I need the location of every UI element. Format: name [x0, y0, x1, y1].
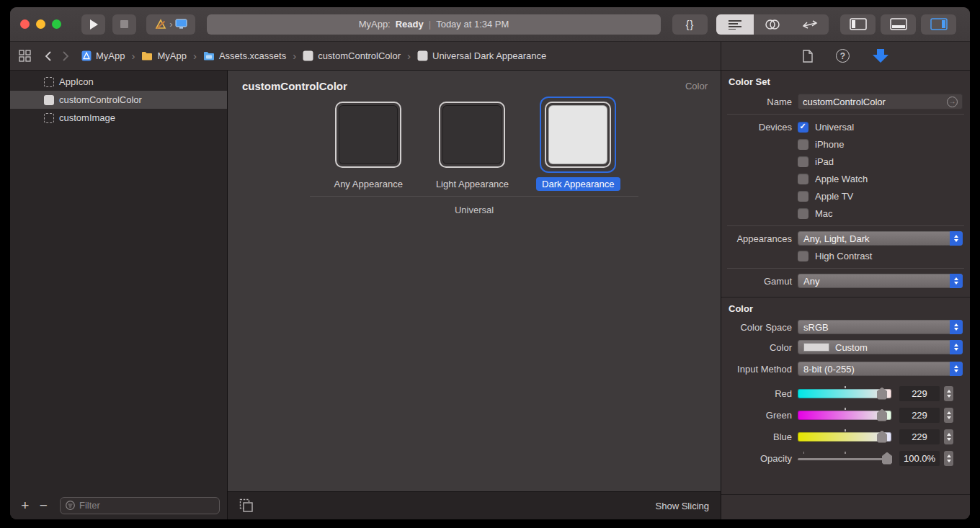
green-label: Green: [721, 410, 798, 421]
remove-asset-button[interactable]: −: [36, 498, 52, 513]
color-space-popup[interactable]: sRGB: [798, 320, 963, 334]
light-appearance-color-well[interactable]: [439, 102, 505, 168]
asset-item-customimage[interactable]: customImage: [10, 109, 227, 127]
back-button[interactable]: [45, 51, 51, 61]
breadcrumb-project[interactable]: MyApp: [81, 50, 125, 61]
opacity-slider[interactable]: [798, 454, 891, 463]
color-fill: [339, 105, 398, 164]
high-contrast-row: High Contrast: [721, 247, 970, 264]
opacity-label: Opacity: [721, 453, 798, 464]
well-frame-selected: [540, 97, 616, 173]
blue-slider[interactable]: [798, 432, 891, 442]
blue-stepper[interactable]: [944, 429, 953, 444]
apple-tv-checkbox[interactable]: [798, 191, 808, 202]
slider-tick: [803, 452, 805, 454]
input-method-popup[interactable]: 8-bit (0-255): [798, 362, 963, 376]
forward-button[interactable]: [63, 51, 69, 61]
divider: [727, 225, 964, 226]
breadcrumb-color-set[interactable]: customControlColor: [303, 50, 401, 61]
run-button[interactable]: [81, 14, 105, 35]
jump-to-definition-icon[interactable]: →: [947, 97, 958, 107]
opacity-stepper[interactable]: [944, 451, 953, 466]
toggle-inspector-button[interactable]: [921, 14, 956, 35]
popup-chevrons-icon: [950, 231, 963, 246]
input-method-label: Input Method: [721, 364, 798, 375]
green-stepper[interactable]: [944, 408, 953, 423]
red-slider[interactable]: [798, 389, 891, 398]
close-window-button[interactable]: [20, 19, 30, 29]
filter-input[interactable]: [79, 500, 214, 511]
green-slider[interactable]: [798, 411, 891, 420]
slider-thumb[interactable]: [877, 409, 887, 421]
color-space-label: Color Space: [721, 322, 798, 333]
file-inspector-tab[interactable]: [803, 50, 813, 63]
green-value-field[interactable]: 229: [899, 408, 940, 423]
popup-chevrons-icon: [950, 320, 963, 334]
iphone-checkbox[interactable]: [798, 139, 808, 150]
slider-thumb[interactable]: [882, 452, 892, 465]
text-lines-icon: [728, 19, 742, 30]
toggle-navigator-button[interactable]: [840, 14, 876, 35]
related-items-icon[interactable]: [19, 50, 31, 62]
app-icon-placeholder-icon: [44, 77, 54, 87]
asset-item-customcontrolcolor[interactable]: customControlColor: [10, 91, 227, 109]
library-button[interactable]: {}: [672, 14, 708, 35]
breadcrumb-asset-catalog[interactable]: Assets.xcassets: [203, 50, 286, 61]
asset-item-label: customImage: [59, 112, 115, 123]
well-frame: [434, 97, 510, 173]
blue-value-field[interactable]: 229: [899, 429, 940, 444]
quick-help-inspector-tab[interactable]: ?: [836, 49, 850, 63]
standard-editor-button[interactable]: [716, 14, 754, 35]
red-value-field[interactable]: 229: [899, 386, 940, 401]
stop-icon: [120, 20, 128, 28]
gamut-popup[interactable]: Any: [798, 274, 963, 288]
slider-tick: [845, 386, 846, 388]
name-value: customControlColor: [803, 97, 886, 107]
color-popup[interactable]: Custom: [798, 340, 963, 354]
toggle-debug-area-button[interactable]: [881, 14, 916, 35]
stop-button[interactable]: [112, 14, 136, 35]
dark-appearance-color-well[interactable]: [545, 102, 611, 168]
color-space-value: sRGB: [803, 322, 829, 333]
mac-checkbox[interactable]: [798, 208, 808, 219]
name-row: Name customControlColor →: [721, 93, 970, 110]
show-slicing-button[interactable]: Show Slicing: [656, 501, 709, 511]
ipad-checkbox[interactable]: [798, 156, 808, 167]
scheme-selector[interactable]: ›: [146, 14, 195, 35]
xcode-tools-icon: [154, 19, 167, 30]
asset-item-appicon[interactable]: AppIcon: [10, 73, 227, 91]
jump-bar: MyApp › MyApp › Assets.: [10, 42, 970, 71]
add-asset-button[interactable]: +: [17, 498, 33, 513]
breadcrumb-color-variant[interactable]: Universal Dark Appearance: [417, 50, 546, 61]
slider-thumb[interactable]: [877, 431, 887, 443]
filter-field[interactable]: [60, 497, 220, 514]
attributes-inspector-tab[interactable]: [873, 49, 888, 63]
slider-line: [798, 458, 891, 460]
apple-watch-checkbox[interactable]: [798, 174, 808, 184]
zoom-window-button[interactable]: [52, 19, 61, 29]
opacity-value-field[interactable]: 100.0%: [899, 451, 940, 466]
red-stepper[interactable]: [944, 386, 953, 401]
asset-type-label: Color: [685, 81, 708, 91]
show-overview-icon[interactable]: [239, 498, 254, 513]
activity-status-display[interactable]: MyApp: Ready | Today at 1:34 PM: [207, 14, 661, 35]
wells-divider: [310, 196, 638, 197]
universal-checkbox[interactable]: [798, 122, 808, 133]
project-icon: [81, 50, 92, 61]
checkbox-label: iPhone: [815, 139, 844, 150]
any-appearance-color-well[interactable]: [335, 102, 401, 168]
high-contrast-checkbox[interactable]: [798, 251, 808, 261]
minimize-window-button[interactable]: [36, 19, 45, 29]
attributes-inspector: Color Set Name customControlColor → Devi…: [721, 71, 970, 519]
appearances-popup[interactable]: Any, Light, Dark: [798, 231, 963, 246]
breadcrumb-label: MyApp: [96, 50, 125, 61]
breadcrumb-group-folder[interactable]: MyApp: [141, 50, 186, 61]
breadcrumb: MyApp › MyApp › Assets.: [10, 42, 721, 70]
version-editor-button[interactable]: [791, 14, 829, 35]
devices-row-iphone: iPhone: [721, 135, 970, 153]
slider-thumb[interactable]: [877, 388, 887, 400]
name-field[interactable]: customControlColor →: [798, 94, 963, 109]
left-panel-icon: [850, 18, 867, 30]
sidebar-bottom-bar: + −: [10, 491, 227, 519]
assistant-editor-button[interactable]: [754, 14, 791, 35]
